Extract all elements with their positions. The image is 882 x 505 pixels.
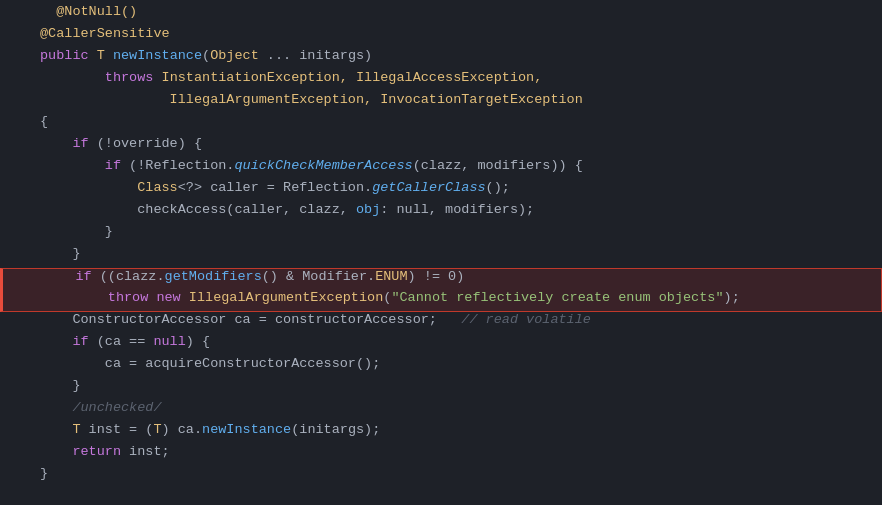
code-token: } (40, 466, 48, 481)
code-token: getModifiers (165, 269, 262, 284)
code-line: IllegalArgumentException, InvocationTarg… (0, 92, 882, 114)
code-token: newInstance (113, 48, 202, 63)
code-line: return inst; (0, 444, 882, 466)
code-token: ) != 0) (408, 269, 465, 284)
line-content: @NotNull() (40, 4, 882, 19)
code-line: if (!override) { (0, 136, 882, 158)
code-token: obj (356, 202, 380, 217)
line-content: throw new IllegalArgumentException("Cann… (43, 290, 881, 305)
line-content: ConstructorAccessor ca = constructorAcce… (40, 312, 882, 327)
code-token: ... initargs) (259, 48, 372, 63)
line-content: return inst; (40, 444, 882, 459)
code-token: ((clazz. (92, 269, 165, 284)
code-editor: @NotNull()@CallerSensitivepublic T newIn… (0, 0, 882, 505)
code-token: @CallerSensitive (40, 26, 170, 41)
line-content: if (ca == null) { (40, 334, 882, 349)
line-content: } (40, 246, 882, 261)
code-line: @CallerSensitive (0, 26, 882, 48)
code-token: ) { (186, 334, 210, 349)
code-line: { (0, 114, 882, 136)
code-token: (initargs); (291, 422, 380, 437)
code-line: ConstructorAccessor ca = constructorAcce… (0, 312, 882, 334)
code-token (43, 290, 108, 305)
code-token: ); (724, 290, 740, 305)
code-token: T (153, 422, 161, 437)
line-content: if ((clazz.getModifiers() & Modifier.ENU… (43, 269, 881, 284)
code-line: T inst = (T) ca.newInstance(initargs); (0, 422, 882, 444)
line-content: } (40, 378, 882, 393)
code-token: checkAccess(caller, clazz, (40, 202, 356, 217)
code-token (43, 269, 75, 284)
code-token: InstantiationException, IllegalAccessExc… (162, 70, 543, 85)
code-token: throws (40, 70, 162, 85)
code-token: return (72, 444, 121, 459)
code-token: null (153, 334, 185, 349)
line-content: public T newInstance(Object ... initargs… (40, 48, 882, 63)
line-content: ca = acquireConstructorAccessor(); (40, 356, 882, 371)
code-line: throw new IllegalArgumentException("Cann… (0, 290, 882, 312)
code-token: } (40, 378, 81, 393)
code-line: public T newInstance(Object ... initargs… (0, 48, 882, 70)
code-token: ) ca. (162, 422, 203, 437)
code-token: if (105, 158, 121, 173)
line-content: { (40, 114, 882, 129)
code-token: inst = ( (81, 422, 154, 437)
code-token: /unchecked/ (40, 400, 162, 415)
code-token: Class (137, 180, 178, 195)
line-content: IllegalArgumentException, InvocationTarg… (40, 92, 882, 107)
code-line: checkAccess(caller, clazz, obj: null, mo… (0, 202, 882, 224)
code-token: IllegalArgumentException (189, 290, 383, 305)
code-token: (!override) { (89, 136, 202, 151)
code-token: ca = acquireConstructorAccessor(); (40, 356, 380, 371)
code-line: if (!Reflection.quickCheckMemberAccess(c… (0, 158, 882, 180)
code-line: } (0, 466, 882, 488)
code-token: } (40, 224, 113, 239)
code-token: (clazz, modifiers)) { (413, 158, 583, 173)
code-line: @NotNull() (0, 4, 882, 26)
code-line: } (0, 246, 882, 268)
line-content: if (!Reflection.quickCheckMemberAccess(c… (40, 158, 882, 173)
code-line: throws InstantiationException, IllegalAc… (0, 70, 882, 92)
line-content: Class<?> caller = Reflection.getCallerCl… (40, 180, 882, 195)
line-content: if (!override) { (40, 136, 882, 151)
code-line: /unchecked/ (0, 400, 882, 422)
code-token: if (72, 334, 88, 349)
code-token: new (156, 290, 188, 305)
code-token: public (40, 48, 97, 63)
code-token: (ca == (89, 334, 154, 349)
code-token: (); (486, 180, 510, 195)
line-content: @CallerSensitive (40, 26, 882, 41)
code-token: <?> caller = Reflection. (178, 180, 372, 195)
code-token: ENUM (375, 269, 407, 284)
code-line: Class<?> caller = Reflection.getCallerCl… (0, 180, 882, 202)
code-token: { (40, 114, 48, 129)
code-token (40, 158, 105, 173)
code-token: throw (108, 290, 157, 305)
code-token: "Cannot reflectively create enum objects… (391, 290, 723, 305)
code-token (40, 422, 72, 437)
code-token: T (97, 48, 113, 63)
code-token: @NotNull() (40, 4, 137, 19)
code-line: } (0, 224, 882, 246)
code-token: T (72, 422, 80, 437)
code-token: newInstance (202, 422, 291, 437)
line-content: } (40, 224, 882, 239)
code-line: } (0, 378, 882, 400)
code-token: inst; (121, 444, 170, 459)
line-content: } (40, 466, 882, 481)
code-token: if (75, 269, 91, 284)
code-token: () & Modifier. (262, 269, 375, 284)
code-token: getCallerClass (372, 180, 485, 195)
code-token: // read volatile (461, 312, 591, 327)
code-token: Object (210, 48, 259, 63)
line-content: throws InstantiationException, IllegalAc… (40, 70, 882, 85)
code-token: if (72, 136, 88, 151)
code-token: : null, modifiers); (380, 202, 534, 217)
code-token (40, 334, 72, 349)
code-token: quickCheckMemberAccess (234, 158, 412, 173)
code-token (40, 180, 137, 195)
code-line: ca = acquireConstructorAccessor(); (0, 356, 882, 378)
code-token: IllegalArgumentException, InvocationTarg… (40, 92, 583, 107)
code-line: if ((clazz.getModifiers() & Modifier.ENU… (0, 268, 882, 290)
line-content: checkAccess(caller, clazz, obj: null, mo… (40, 202, 882, 217)
